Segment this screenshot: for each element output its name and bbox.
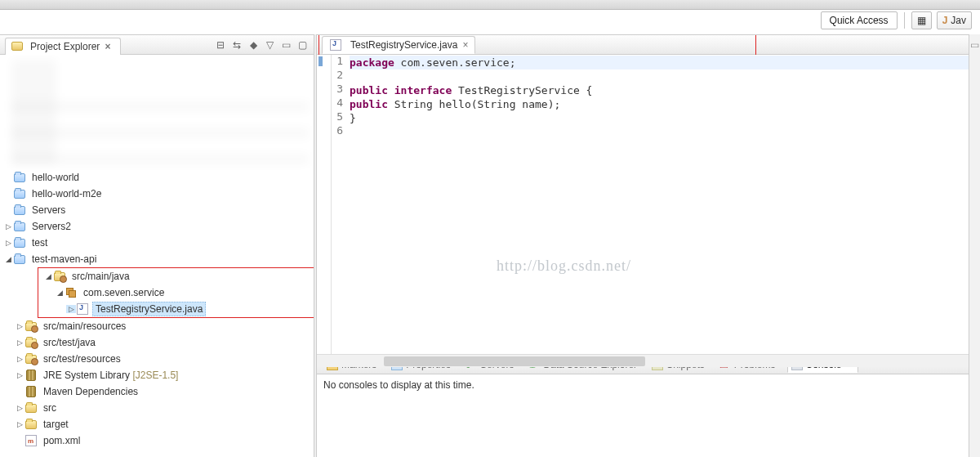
tree-item-servers2[interactable]: ▷Servers2 xyxy=(2,218,314,235)
explorer-icon xyxy=(11,40,24,53)
folder-icon xyxy=(25,420,37,429)
tree-item-test-registry-service[interactable]: ▷TestRegistryService.java xyxy=(65,301,314,317)
collapse-icon[interactable]: ◢ xyxy=(55,289,65,297)
close-icon[interactable]: × xyxy=(462,39,468,51)
tree-item-src-main-resources[interactable]: ▷src/main/resources xyxy=(13,318,314,334)
collapse-icon[interactable]: ◢ xyxy=(3,255,13,263)
quick-access-field[interactable]: Quick Access xyxy=(821,11,898,29)
package-icon xyxy=(66,288,76,298)
redacted-nodes xyxy=(11,60,309,164)
code-editor[interactable]: 1 2 3 4 5 6 package com.seven.service; p… xyxy=(317,55,969,354)
toolbar-strip xyxy=(0,0,980,10)
source-folder-icon xyxy=(25,355,37,364)
tree-item-pom-xml[interactable]: ▷pom.xml xyxy=(13,432,314,449)
xml-file-icon xyxy=(25,435,37,446)
java-perspective-button[interactable]: JJav xyxy=(937,11,972,29)
library-icon xyxy=(26,386,36,397)
tree-item-servers[interactable]: ▷Servers xyxy=(2,202,314,218)
tree-item-src-test-java[interactable]: ▷src/test/java xyxy=(13,334,314,351)
editor-tab-test-registry-service[interactable]: TestRegistryService.java × xyxy=(322,36,475,54)
restore-icon[interactable]: ▭ xyxy=(970,39,979,51)
project-icon xyxy=(14,239,25,248)
project-icon xyxy=(14,173,25,182)
close-icon[interactable]: × xyxy=(103,41,112,52)
editor-area: TestRegistryService.java × 1 2 3 4 5 6 p… xyxy=(317,35,969,354)
link-editor-icon[interactable]: ⇆ xyxy=(230,38,243,52)
folder-icon xyxy=(25,404,37,413)
expand-icon[interactable]: ▷ xyxy=(3,222,13,231)
code-content[interactable]: package com.seven.service; public interf… xyxy=(350,55,969,354)
expand-icon[interactable]: ▷ xyxy=(15,355,24,363)
java-icon: J xyxy=(942,15,948,26)
editor-gutter[interactable] xyxy=(317,55,332,354)
right-trim-bar: ▭ xyxy=(969,34,980,457)
scrollbar-thumb[interactable] xyxy=(384,356,645,366)
minimize-icon[interactable]: ▭ xyxy=(279,38,292,52)
project-icon xyxy=(14,222,25,231)
source-folder-icon xyxy=(54,272,65,281)
expand-icon[interactable]: ▷ xyxy=(15,322,24,330)
expand-icon[interactable]: ▷ xyxy=(66,305,76,313)
maximize-icon[interactable]: ▢ xyxy=(296,38,309,52)
tree-item-src-folder[interactable]: ▷src xyxy=(13,400,314,416)
source-folder-icon xyxy=(25,338,37,347)
expand-icon[interactable]: ▷ xyxy=(15,338,24,347)
collapse-all-icon[interactable]: ⊟ xyxy=(214,38,227,52)
bottom-panel: Markers Properties ☍Servers ⛁Data Source… xyxy=(317,354,969,457)
project-tree[interactable]: ▷hello-world ▷hello-world-m2e ▷Servers ▷… xyxy=(0,55,314,457)
view-menu-icon[interactable]: ▽ xyxy=(263,38,276,52)
tree-item-src-test-resources[interactable]: ▷src/test/resources xyxy=(13,351,314,367)
focus-icon[interactable]: ◆ xyxy=(247,38,260,52)
expand-icon[interactable]: ▷ xyxy=(15,371,24,379)
project-icon xyxy=(14,190,25,199)
expand-icon[interactable]: ▷ xyxy=(3,239,13,247)
blog-watermark: http://blog.csdn.net/ xyxy=(497,258,631,275)
open-perspective-button[interactable]: ▦ xyxy=(911,11,932,29)
marker-stripe xyxy=(318,56,323,66)
expand-icon[interactable]: ▷ xyxy=(15,404,24,412)
tree-item-test[interactable]: ▷test xyxy=(2,235,314,251)
tree-item-hello-world-m2e[interactable]: ▷hello-world-m2e xyxy=(2,186,314,202)
editor-hscrollbar[interactable] xyxy=(317,354,969,367)
project-icon xyxy=(14,206,25,215)
tree-item-target-folder[interactable]: ▷target xyxy=(13,416,314,432)
collapse-icon[interactable]: ◢ xyxy=(43,272,53,280)
line-numbers: 1 2 3 4 5 6 xyxy=(332,55,346,354)
tree-item-com-seven-service[interactable]: ◢com.seven.service xyxy=(53,285,314,301)
project-explorer-tab[interactable]: Project Explorer × xyxy=(5,38,121,56)
window-icon: ▦ xyxy=(917,15,926,26)
console-content: No consoles to display at this time. xyxy=(317,374,969,457)
java-file-icon xyxy=(77,303,88,315)
project-icon xyxy=(14,255,25,264)
tree-item-jre-library[interactable]: ▷JRE System Library [J2SE-1.5] xyxy=(13,367,314,383)
java-file-icon xyxy=(330,39,341,51)
expand-icon[interactable]: ▷ xyxy=(15,420,24,428)
tree-item-maven-dependencies[interactable]: ▷Maven Dependencies xyxy=(13,383,314,400)
tree-item-src-main-java[interactable]: ◢src/main/java xyxy=(42,268,314,285)
tree-item-test-maven-api[interactable]: ◢test-maven-api xyxy=(2,251,314,267)
source-folder-icon xyxy=(25,322,37,331)
library-icon xyxy=(26,370,36,381)
tree-item-hello-world[interactable]: ▷hello-world xyxy=(2,169,314,186)
project-explorer-view: Project Explorer × ⊟ ⇆ ◆ ▽ ▭ ▢ ▷hello-wo… xyxy=(0,34,314,457)
